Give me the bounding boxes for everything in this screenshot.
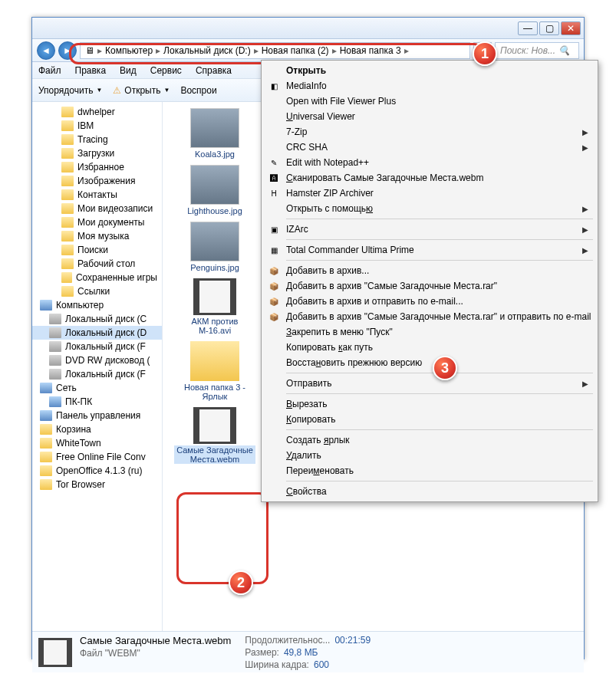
- ctx-item[interactable]: 📦Добавить в архив...: [263, 263, 596, 278]
- drive-icon: [49, 355, 61, 366]
- ctx-item[interactable]: Копировать: [263, 412, 596, 427]
- tree-item[interactable]: Tracing: [32, 133, 162, 146]
- tree-item[interactable]: Локальный диск (C: [32, 312, 162, 326]
- tree-item[interactable]: Рабочий стол: [32, 257, 162, 271]
- tree-item[interactable]: Локальный диск (F: [32, 340, 162, 353]
- ctx-item[interactable]: 📦Добавить в архив "Самые Загадочные Мест…: [263, 309, 596, 324]
- crumb[interactable]: Компьютер: [105, 45, 153, 56]
- ctx-item[interactable]: Вырезать: [263, 396, 596, 412]
- tree-item[interactable]: DVD RW дисковод (: [32, 353, 162, 367]
- tree-label: Локальный диск (F: [65, 369, 146, 380]
- tree-label: Контакты: [77, 189, 117, 200]
- menu-Файл[interactable]: Файл: [38, 65, 61, 76]
- tree-item[interactable]: Сеть: [32, 381, 162, 395]
- tree-item[interactable]: OpenOffice 4.1.3 (ru): [32, 464, 162, 478]
- back-button[interactable]: ◄: [37, 41, 55, 60]
- ctx-item[interactable]: HHamster ZIP Archiver: [263, 186, 596, 201]
- tree-item[interactable]: Tor Browser: [32, 478, 162, 491]
- crumb[interactable]: Новая папка (2): [262, 45, 329, 56]
- crumb[interactable]: Новая папка 3: [340, 45, 401, 56]
- ctx-item[interactable]: 🅰Сканировать Самые Загадочные Места.webm: [263, 170, 596, 186]
- menu-Правка[interactable]: Правка: [75, 65, 107, 76]
- file-item[interactable]: Новая папка 3 - Ярлык: [169, 341, 261, 401]
- file-item[interactable]: АКМ против М-16.avi: [169, 278, 261, 335]
- tree-label: Компьютер: [56, 300, 104, 311]
- tree-item[interactable]: Контакты: [32, 188, 162, 202]
- menu-Вид[interactable]: Вид: [120, 65, 137, 76]
- file-item[interactable]: Koala3.jpg: [169, 108, 261, 159]
- ctx-item[interactable]: Создать ярлык: [263, 432, 596, 448]
- organize-button[interactable]: Упорядочить▼: [38, 85, 102, 96]
- tree-item[interactable]: ПК-ПК: [32, 395, 162, 409]
- ctx-item[interactable]: Открыть с помощью▶: [263, 201, 596, 216]
- tree-item[interactable]: Локальный диск (D: [32, 326, 162, 340]
- file-thumbnail: [190, 341, 239, 381]
- tree-item[interactable]: Изображения: [32, 174, 162, 188]
- ctx-item[interactable]: Удалить: [263, 448, 596, 463]
- forward-button[interactable]: ►: [58, 41, 77, 60]
- comp-icon: [40, 410, 52, 421]
- ctx-item[interactable]: Открыть: [263, 63, 596, 78]
- folder-icon: [40, 438, 52, 449]
- ctx-item[interactable]: 📦Добавить в архив и отправить по e-mail.…: [263, 294, 596, 309]
- tree-item[interactable]: Мои видеозаписи: [32, 202, 162, 215]
- tree-item[interactable]: Моя музыка: [32, 229, 162, 243]
- tree-item[interactable]: dwhelper: [32, 105, 162, 119]
- ctx-item[interactable]: ◧MediaInfo: [263, 78, 596, 94]
- ctx-item[interactable]: Open with File Viewer Plus: [263, 94, 596, 109]
- ctx-label: Удалить: [286, 450, 321, 461]
- ctx-item[interactable]: Копировать как путь: [263, 340, 596, 355]
- maximize-button[interactable]: ▢: [539, 21, 559, 35]
- folder-icon: [61, 245, 74, 255]
- comp-icon: [40, 300, 52, 311]
- ctx-label: Вырезать: [286, 399, 327, 409]
- menu-Сервис[interactable]: Сервис: [150, 65, 182, 76]
- tree-item[interactable]: IBM: [32, 119, 162, 133]
- tree-item[interactable]: Free Online File Conv: [32, 450, 162, 464]
- ctx-label: IZArc: [286, 224, 308, 235]
- crumb[interactable]: Локальный диск (D:): [163, 45, 251, 56]
- tree-item[interactable]: Ссылки: [32, 284, 162, 298]
- ctx-item[interactable]: ✎Edit with Notepad++: [263, 155, 596, 170]
- ctx-item[interactable]: Отправить▶: [263, 376, 596, 391]
- file-item[interactable]: Самые Загадочные Места.webm: [169, 407, 261, 464]
- folder-icon: [40, 479, 52, 490]
- ctx-label: Открыть с помощью: [286, 203, 373, 214]
- tree-item[interactable]: Избранное: [32, 160, 162, 174]
- file-item[interactable]: Penguins.jpg: [169, 222, 261, 272]
- ctx-item[interactable]: Переименовать: [263, 463, 596, 478]
- open-button[interactable]: ⚠Открыть▼: [113, 85, 170, 96]
- menu-Справка[interactable]: Справка: [196, 65, 232, 76]
- address-bar: ◄ ► 🖥 ▸Компьютер▸Локальный диск (D:)▸Нов…: [32, 39, 584, 62]
- tree-item[interactable]: Корзина: [32, 422, 162, 436]
- tree-item[interactable]: WhiteTown: [32, 436, 162, 450]
- tree-item[interactable]: Панель управления: [32, 409, 162, 422]
- tree-item[interactable]: Мои документы: [32, 215, 162, 229]
- minimize-button[interactable]: —: [518, 21, 538, 35]
- breadcrumb[interactable]: 🖥 ▸Компьютер▸Локальный диск (D:)▸Новая п…: [80, 42, 470, 59]
- tree-item[interactable]: Локальный диск (F: [32, 367, 162, 381]
- folder-icon: [61, 176, 74, 186]
- ctx-label: 7-Zip: [286, 127, 307, 137]
- ctx-label: Копировать как путь: [286, 342, 373, 353]
- close-button[interactable]: ✕: [561, 21, 581, 35]
- tree-item[interactable]: Загрузки: [32, 146, 162, 160]
- ctx-item[interactable]: Закрепить в меню "Пуск": [263, 324, 596, 340]
- ctx-item[interactable]: Восстановить прежнюю версию: [263, 355, 596, 370]
- ctx-item[interactable]: Свойства: [263, 484, 596, 499]
- submenu-arrow-icon: ▶: [582, 205, 588, 213]
- ctx-item[interactable]: ▦Total Commander Ultima Prime▶: [263, 242, 596, 258]
- drive-icon: [49, 327, 61, 338]
- search-input[interactable]: Поиск: Нов... 🔍: [495, 42, 579, 59]
- file-item[interactable]: Lighthouse.jpg: [169, 165, 261, 215]
- ctx-item[interactable]: Universal Viewer: [263, 109, 596, 124]
- tree-label: dwhelper: [77, 107, 115, 117]
- play-button[interactable]: Воспрои: [180, 85, 216, 96]
- ctx-item[interactable]: ▣IZArc▶: [263, 222, 596, 237]
- ctx-item[interactable]: 📦Добавить в архив "Самые Загадочные Мест…: [263, 278, 596, 294]
- ctx-item[interactable]: 7-Zip▶: [263, 124, 596, 140]
- tree-item[interactable]: Поиски: [32, 243, 162, 257]
- tree-item[interactable]: Сохраненные игры: [32, 271, 162, 284]
- tree-item[interactable]: Компьютер: [32, 298, 162, 312]
- ctx-item[interactable]: CRC SHA▶: [263, 140, 596, 155]
